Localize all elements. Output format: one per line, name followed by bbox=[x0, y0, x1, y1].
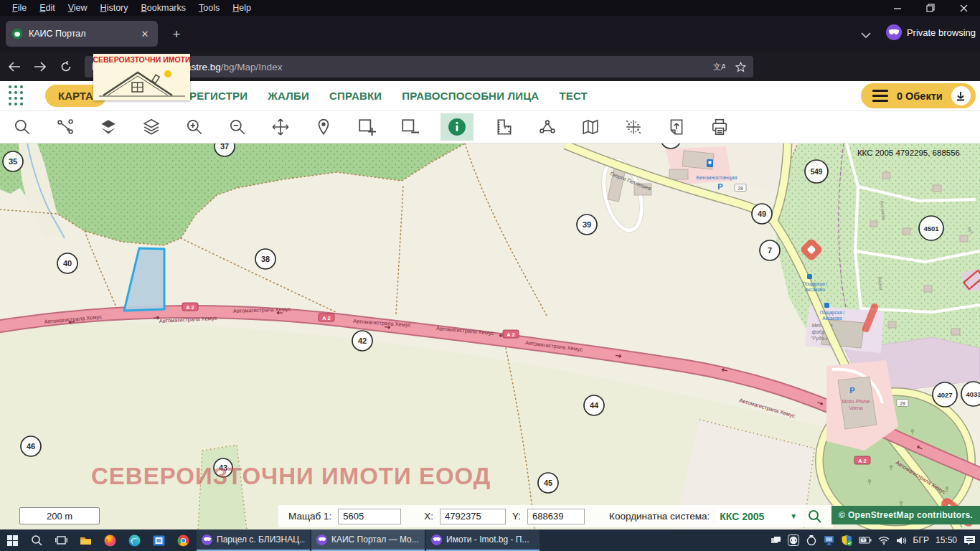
nav-registri[interactable]: РЕГИСТРИ bbox=[189, 90, 248, 102]
svg-text:38: 38 bbox=[261, 255, 270, 263]
file-explorer-icon[interactable] bbox=[73, 529, 98, 551]
nav-zhalbi[interactable]: ЖАЛБИ bbox=[268, 90, 309, 102]
svg-text:29: 29 bbox=[900, 401, 905, 406]
firefox-private-icon bbox=[202, 534, 212, 545]
scale-input[interactable] bbox=[338, 509, 401, 524]
taskbar-search-icon[interactable] bbox=[24, 529, 49, 551]
svg-text:A 2: A 2 bbox=[186, 304, 194, 311]
location-pin-icon[interactable] bbox=[311, 113, 336, 141]
menu-history[interactable]: History bbox=[94, 0, 135, 16]
action-center-icon[interactable] bbox=[963, 535, 976, 545]
select-rect-add-icon[interactable] bbox=[354, 113, 379, 141]
minimize-icon[interactable] bbox=[881, 0, 914, 16]
objects-menu-icon[interactable] bbox=[872, 90, 888, 102]
route-select-icon[interactable] bbox=[53, 113, 77, 141]
tab-title: КАИС Портал bbox=[29, 29, 138, 39]
apps-grid-icon[interactable] bbox=[9, 85, 24, 106]
map-marker: 44 bbox=[584, 395, 604, 415]
hidden-icons-icon[interactable] bbox=[771, 536, 781, 545]
language-indicator[interactable]: БГР bbox=[913, 535, 929, 545]
svg-text:4501: 4501 bbox=[923, 225, 939, 232]
zoom-in-icon[interactable] bbox=[182, 113, 207, 141]
map-canvas[interactable]: Мебелна фабрика "Руди-Ан" Бензиностанция… bbox=[0, 143, 980, 529]
objects-badge[interactable]: 0 Обекти bbox=[861, 83, 976, 108]
scale-label: Мащаб 1: bbox=[288, 511, 331, 522]
export-icon[interactable] bbox=[664, 113, 689, 141]
search-tool-icon[interactable] bbox=[10, 113, 34, 141]
cursor-coordinates-readout: ККС 2005 4792295, 688556 bbox=[857, 149, 960, 157]
info-tool-icon[interactable] bbox=[440, 113, 473, 141]
pan-icon[interactable] bbox=[268, 113, 293, 141]
back-icon[interactable] bbox=[3, 55, 26, 78]
teamviewer-icon[interactable] bbox=[788, 534, 799, 546]
layers-filled-icon[interactable] bbox=[96, 113, 121, 141]
svg-text:Аксаково: Аксаково bbox=[822, 316, 842, 321]
map-marker: 4501 bbox=[919, 216, 943, 240]
taskbar-window-kais[interactable]: КАИС Портал — Mo... bbox=[311, 529, 425, 551]
crs-label: Координатна система: bbox=[609, 511, 710, 522]
coordinates-grid-icon[interactable] bbox=[621, 113, 646, 141]
coordinates-search-icon[interactable] bbox=[807, 509, 823, 524]
photos-app-icon[interactable] bbox=[146, 529, 171, 551]
layers-outline-icon[interactable] bbox=[139, 113, 164, 141]
menu-edit[interactable]: Edit bbox=[33, 0, 62, 16]
nav-test[interactable]: ТЕСТ bbox=[559, 90, 588, 102]
bookmark-star-icon[interactable] bbox=[735, 62, 746, 72]
maximize-icon[interactable] bbox=[914, 0, 947, 16]
tab-close-icon[interactable]: ✕ bbox=[138, 29, 152, 39]
taskbar-window-parcel[interactable]: Парцел с. БЛИЗНАЦ... bbox=[197, 529, 310, 551]
y-input[interactable] bbox=[527, 509, 585, 524]
chrome-icon[interactable] bbox=[171, 529, 195, 551]
svg-text:549: 549 bbox=[811, 168, 823, 176]
start-button-icon[interactable] bbox=[0, 529, 24, 551]
defender-icon[interactable] bbox=[841, 534, 852, 546]
measure-icon[interactable] bbox=[492, 113, 517, 141]
taskbar-window-imot[interactable]: Имоти - Imot.bg - П... bbox=[426, 529, 540, 551]
close-icon[interactable] bbox=[947, 0, 980, 16]
svg-text:P: P bbox=[717, 182, 722, 191]
capture-icon[interactable] bbox=[806, 534, 817, 546]
agency-logo-title: СЕВЕРОИЗТОЧНИ ИМОТИ bbox=[93, 55, 190, 64]
map-toolbar bbox=[0, 111, 980, 143]
menu-bookmarks[interactable]: Bookmarks bbox=[135, 0, 193, 16]
menu-help[interactable]: Help bbox=[226, 0, 258, 16]
forward-icon[interactable] bbox=[29, 55, 52, 78]
measure-area-icon[interactable] bbox=[535, 113, 560, 141]
menu-file[interactable]: File bbox=[6, 0, 33, 16]
x-label: X: bbox=[424, 511, 433, 522]
nav-pravosposobni-lica[interactable]: ПРАВОСПОСОБНИ ЛИЦА bbox=[402, 90, 539, 102]
select-rect-remove-icon[interactable] bbox=[397, 113, 422, 141]
scale-bar: 200 m bbox=[19, 507, 100, 524]
firefox-icon[interactable] bbox=[98, 529, 122, 551]
reload-icon[interactable] bbox=[55, 55, 77, 78]
osm-attribution[interactable]: © OpenStreetMap contributors. bbox=[831, 506, 980, 524]
agency-logo-overlay: СЕВЕРОИЗТОЧНИ ИМОТИ bbox=[93, 54, 190, 100]
map-sheets-icon[interactable] bbox=[578, 113, 603, 141]
print-icon[interactable] bbox=[707, 113, 732, 141]
menu-view[interactable]: View bbox=[62, 0, 94, 16]
remote-monitor-icon[interactable] bbox=[824, 535, 834, 545]
volume-icon[interactable] bbox=[896, 536, 907, 545]
menu-tools[interactable]: Tools bbox=[192, 0, 226, 16]
x-input[interactable] bbox=[440, 509, 506, 524]
zoom-out-icon[interactable] bbox=[225, 113, 250, 141]
edge-icon[interactable] bbox=[122, 529, 146, 551]
svg-text:A 2: A 2 bbox=[858, 458, 866, 464]
svg-text:44: 44 bbox=[590, 401, 599, 410]
svg-text:A 2: A 2 bbox=[507, 331, 514, 338]
svg-text:39: 39 bbox=[583, 220, 591, 229]
tab-kais-portal[interactable]: КАИС Портал ✕ bbox=[6, 21, 158, 47]
list-tabs-chevron-icon[interactable] bbox=[861, 29, 871, 42]
watermark: СЕВЕРОИЗТОЧНИ ИМОТИ ЕООД bbox=[91, 463, 491, 490]
new-tab-button[interactable]: + bbox=[166, 24, 187, 44]
crs-select[interactable]: ККС 2005 ▼ bbox=[716, 509, 801, 524]
nav-spravki[interactable]: СПРАВКИ bbox=[329, 90, 382, 102]
wifi-icon[interactable] bbox=[878, 536, 890, 545]
private-browsing-badge: Private browsing bbox=[886, 24, 976, 40]
translate-icon[interactable]: 文A bbox=[713, 62, 725, 72]
clock[interactable]: 15:50 bbox=[936, 535, 957, 545]
tab-bar: КАИС Портал ✕ + Private browsing bbox=[0, 16, 980, 52]
download-objects-icon[interactable] bbox=[951, 86, 971, 105]
task-view-icon[interactable] bbox=[49, 529, 73, 551]
battery-icon[interactable] bbox=[859, 536, 872, 545]
